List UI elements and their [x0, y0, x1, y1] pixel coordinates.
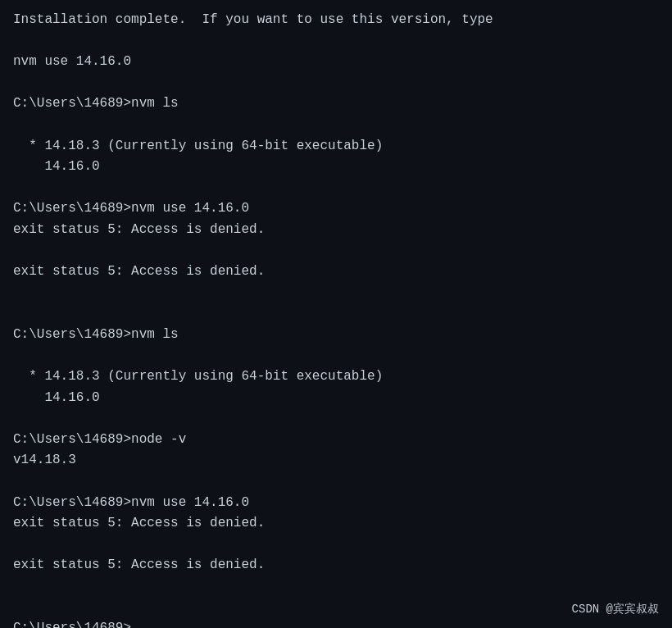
- terminal-window: Installation complete. If you want to us…: [0, 0, 672, 628]
- terminal-line: exit status 5: Access is denied.: [13, 262, 659, 283]
- terminal-line: [13, 73, 659, 94]
- terminal-line: [13, 283, 659, 304]
- terminal-line: C:\Users\14689>node -v: [13, 430, 659, 451]
- terminal-output: Installation complete. If you want to us…: [13, 10, 659, 628]
- terminal-line: nvm use 14.16.0: [13, 52, 659, 73]
- terminal-line: * 14.18.3 (Currently using 64-bit execut…: [13, 136, 659, 157]
- terminal-line: 14.16.0: [13, 388, 659, 409]
- terminal-line: 14.16.0: [13, 157, 659, 178]
- terminal-line: [13, 346, 659, 367]
- terminal-line: C:\Users\14689>nvm use 14.16.0: [13, 493, 659, 514]
- terminal-line: [13, 178, 659, 199]
- terminal-line: C:\Users\14689>nvm ls: [13, 93, 659, 115]
- watermark: CSDN @宾宾叔叔: [572, 602, 659, 617]
- terminal-line: [13, 408, 659, 430]
- terminal-line: C:\Users\14689>nvm use 14.16.0: [13, 198, 659, 220]
- terminal-line: [13, 241, 659, 262]
- terminal-line: [13, 115, 659, 136]
- terminal-line: [13, 31, 659, 52]
- terminal-line: Installation complete. If you want to us…: [13, 10, 659, 31]
- terminal-line: * 14.18.3 (Currently using 64-bit execut…: [13, 366, 659, 388]
- terminal-line: C:\Users\14689>nvm ls: [13, 325, 659, 346]
- terminal-line: [13, 576, 659, 598]
- terminal-line: [13, 471, 659, 493]
- terminal-line: exit status 5: Access is denied.: [13, 220, 659, 241]
- terminal-line: [13, 598, 659, 619]
- terminal-line: exit status 5: Access is denied.: [13, 513, 659, 535]
- terminal-line: [13, 535, 659, 556]
- terminal-line: [13, 303, 659, 325]
- terminal-line: exit status 5: Access is denied.: [13, 555, 659, 576]
- terminal-line: v14.18.3: [13, 450, 659, 471]
- terminal-line: C:\Users\14689>: [13, 618, 659, 628]
